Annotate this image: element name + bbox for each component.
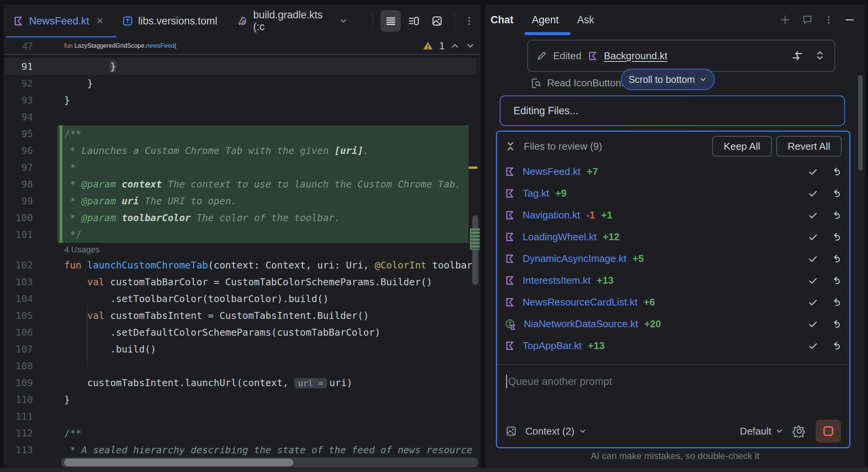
divider — [455, 13, 455, 29]
code-line-95: 95/** — [4, 125, 476, 142]
keep-file-button[interactable] — [807, 166, 819, 178]
search-file-icon — [530, 78, 542, 89]
chat-history-icon[interactable] — [802, 14, 813, 26]
model-dropdown[interactable]: Default — [740, 425, 771, 437]
keep-file-button[interactable] — [807, 210, 819, 221]
file-review-row[interactable]: Tag.kt+9 — [497, 183, 849, 204]
kotlin-file-icon — [505, 341, 515, 351]
file-link[interactable]: DynamicAsyncImage.kt — [523, 253, 627, 265]
keep-file-button[interactable] — [807, 253, 819, 265]
file-review-row[interactable]: NiaNetworkDataSource.kt+20 — [497, 313, 849, 335]
file-review-row[interactable]: NewsResourceCardList.kt+6 — [497, 291, 849, 313]
line-number: 93 — [4, 95, 33, 106]
tab-agent[interactable]: Agent — [532, 14, 559, 26]
tab-libs-versions-toml[interactable]: libs.versions.toml — [113, 5, 227, 37]
line-number: 106 — [4, 327, 33, 338]
show-diff-icon[interactable] — [791, 49, 804, 62]
code-line-108: 108 — [4, 357, 476, 374]
keep-file-button[interactable] — [807, 231, 819, 243]
revert-file-button[interactable] — [830, 340, 842, 352]
code-view-icon[interactable] — [381, 10, 401, 32]
tab-build-gradle-kts[interactable]: build.gradle.kts (:c — [227, 5, 358, 37]
kotlin-file-icon — [505, 188, 515, 199]
keep-file-button[interactable] — [807, 297, 819, 308]
revert-file-button[interactable] — [830, 318, 842, 330]
code-line-113: 113 * A sealed hierarchy describing the … — [4, 441, 476, 458]
file-link[interactable]: NewsResourceCardList.kt — [523, 296, 638, 308]
code-editor[interactable]: 91 }92 }93}9495/**96 * Launches a Custom… — [4, 55, 481, 467]
settings-gear-icon[interactable] — [793, 425, 806, 438]
added-lines-count: +1 — [601, 209, 612, 221]
file-review-row[interactable]: TopAppBar.kt+13 — [497, 335, 849, 357]
kotlin-file-icon — [13, 16, 24, 26]
keep-all-button[interactable]: Keep All — [712, 136, 771, 157]
indent-guide — [87, 306, 87, 367]
chat-input-toolbar: Context (2) Default — [497, 417, 849, 445]
more-options-icon[interactable] — [824, 15, 834, 25]
revert-file-button[interactable] — [830, 166, 842, 178]
analysis-strip — [468, 55, 481, 467]
file-review-row[interactable]: InterestsItem.kt+13 — [497, 270, 849, 291]
usages-count[interactable]: 4 Usages — [33, 245, 100, 255]
tab-ask[interactable]: Ask — [577, 14, 594, 26]
file-review-row[interactable]: NewsFeed.kt+7 — [497, 161, 849, 183]
close-icon[interactable]: ✕ — [96, 16, 104, 26]
sticky-code-line[interactable]: 47 fun LazyStaggeredGridScope.newsFeed( … — [4, 37, 481, 55]
line-number: 94 — [4, 112, 33, 123]
minimize-icon[interactable] — [844, 15, 855, 25]
line-number: 108 — [4, 360, 33, 372]
file-review-row[interactable]: LoadingWheel.kt+12 — [497, 226, 849, 248]
chat-vertical-scrollbar[interactable] — [858, 75, 863, 171]
revert-file-button[interactable] — [830, 188, 842, 199]
split-view-icon[interactable] — [404, 10, 424, 32]
tab-newsfeed-kt[interactable]: NewsFeed.kt ✕ — [4, 5, 113, 37]
keep-file-button[interactable] — [807, 318, 819, 330]
new-chat-icon[interactable] — [779, 14, 791, 26]
scroll-to-bottom-button[interactable]: Scroll to bottom — [621, 69, 715, 90]
keep-file-button[interactable] — [807, 275, 819, 286]
ai-chat-panel: Chat Agent Ask Edited Background.kt — [485, 5, 865, 467]
file-link[interactable]: Tag.kt — [523, 188, 549, 199]
line-number: 113 — [4, 445, 33, 456]
revert-file-button[interactable] — [830, 231, 842, 243]
revert-file-button[interactable] — [830, 297, 842, 308]
next-warning-icon[interactable] — [465, 41, 475, 51]
file-review-row[interactable]: DynamicAsyncImage.kt+5 — [497, 248, 849, 270]
keep-file-button[interactable] — [807, 340, 819, 352]
file-link[interactable]: TopAppBar.kt — [523, 340, 582, 352]
warning-stripe-mark[interactable] — [468, 166, 478, 169]
file-link[interactable]: LoadingWheel.kt — [523, 231, 597, 243]
file-link[interactable]: NiaNetworkDataSource.kt — [524, 318, 638, 330]
line-number: 104 — [4, 293, 33, 304]
file-review-row[interactable]: Navigation.kt-1+1 — [497, 204, 849, 226]
file-link[interactable]: NewsFeed.kt — [523, 166, 581, 178]
editor-horizontal-scrollbar[interactable] — [61, 457, 478, 467]
keep-file-button[interactable] — [807, 188, 819, 199]
file-link[interactable]: Navigation.kt — [523, 209, 580, 221]
tab-label: build.gradle.kts (:c — [253, 9, 330, 33]
chevron-down-icon[interactable] — [339, 16, 348, 26]
prompt-input[interactable]: Queue another prompt — [506, 375, 612, 388]
collapse-icon[interactable] — [505, 141, 516, 152]
revert-file-button[interactable] — [830, 253, 842, 265]
edited-file-link[interactable]: Background.kt — [604, 50, 667, 62]
more-options-icon[interactable] — [459, 10, 479, 32]
scrollbar-thumb[interactable] — [64, 459, 293, 466]
expand-icon[interactable] — [814, 49, 826, 62]
divider — [498, 364, 849, 365]
stop-button[interactable] — [816, 420, 841, 443]
file-link[interactable]: InterestsItem.kt — [523, 275, 591, 286]
sticky-code-text: fun LazyStaggeredGridScope.newsFeed( — [33, 42, 177, 49]
editor-vertical-scrollbar[interactable] — [472, 215, 478, 285]
line-number: 92 — [4, 78, 33, 89]
context-dropdown[interactable]: Context (2) — [525, 425, 575, 437]
design-view-icon[interactable] — [427, 10, 447, 32]
code-line-112: 112/** — [4, 425, 476, 441]
revert-file-button[interactable] — [830, 210, 842, 221]
warning-icon[interactable] — [422, 40, 434, 51]
revert-all-button[interactable]: Revert All — [776, 136, 842, 157]
code-lines: 91 }92 }93}9495/**96 * Launches a Custom… — [4, 55, 476, 458]
attach-image-icon[interactable] — [505, 425, 517, 437]
revert-file-button[interactable] — [830, 275, 842, 286]
prev-warning-icon[interactable] — [450, 41, 460, 51]
